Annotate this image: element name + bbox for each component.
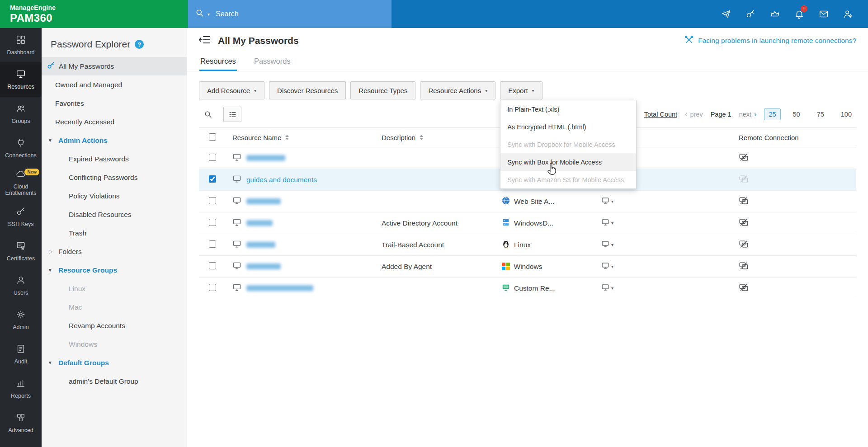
menu-item-plain-text-xls[interactable]: In Plain-Text (.xls) xyxy=(500,100,636,118)
explorer-item-favorites[interactable]: Favorites xyxy=(42,94,187,113)
notifications-bell-icon[interactable]: ! xyxy=(790,5,808,23)
sidebar-item-certificates[interactable]: Certificates xyxy=(0,234,42,268)
resource-name-redacted[interactable] xyxy=(246,220,273,226)
add-resource-button[interactable]: Add Resource ▾ xyxy=(199,81,264,99)
page-size-75[interactable]: 75 xyxy=(812,108,829,120)
explorer-item-linux-group[interactable]: Linux xyxy=(42,279,187,298)
menu-item-sync-amazon-s3[interactable]: Sync with Amazon S3 for Mobile Access xyxy=(500,171,636,188)
explorer-item-recently-accessed[interactable]: Recently Accessed xyxy=(42,113,187,131)
sidebar-item-reports[interactable]: Reports xyxy=(0,372,42,406)
resource-name-redacted[interactable] xyxy=(246,155,285,161)
menu-item-encrypted-html[interactable]: As Encrypted HTML (.html) xyxy=(500,118,636,136)
explorer-item-windows-group[interactable]: Windows xyxy=(42,335,187,353)
search-scope-caret-icon[interactable]: ▾ xyxy=(208,12,210,17)
sidebar-item-audit[interactable]: Audit xyxy=(0,337,42,372)
explorer-item-conflicting-passwords[interactable]: Conflicting Passwords xyxy=(42,168,187,187)
sidebar-item-dashboard[interactable]: Dashboard xyxy=(0,28,42,62)
explorer-section-folders[interactable]: ▷ Folders xyxy=(42,242,187,261)
row-checkbox[interactable] xyxy=(209,240,216,248)
user-account-icon[interactable] xyxy=(839,5,857,23)
explorer-item-expired-passwords[interactable]: Expired Passwords xyxy=(42,150,187,168)
remote-connection-icon[interactable] xyxy=(724,239,856,251)
password-request-icon[interactable] xyxy=(741,5,760,23)
explorer-section-resource-groups[interactable]: ▾ Resource Groups xyxy=(42,261,187,279)
explorer-item-all-my-passwords[interactable]: All My Passwords xyxy=(42,57,187,75)
column-header-resource-name[interactable]: Resource Name xyxy=(227,134,376,141)
page-size-50[interactable]: 50 xyxy=(788,108,805,120)
explorer-item-admins-default-group[interactable]: admin's Default Group xyxy=(42,372,187,391)
explorer-item-trash[interactable]: Trash xyxy=(42,224,187,242)
remote-connection-icon[interactable] xyxy=(724,261,856,273)
connections-icon xyxy=(16,138,26,149)
global-search-input[interactable]: ▾ Search xyxy=(188,0,392,28)
remote-connection-icon-disabled[interactable] xyxy=(724,174,856,186)
page-size-25[interactable]: 25 xyxy=(764,108,780,120)
help-icon[interactable]: ? xyxy=(135,40,144,49)
explorer-item-policy-violations[interactable]: Policy Violations xyxy=(42,187,187,205)
export-button[interactable]: Export ▾ xyxy=(500,81,542,99)
privileges-crown-icon[interactable] xyxy=(766,5,784,23)
accounts-dropdown[interactable]: ▾ xyxy=(598,283,724,293)
resource-name-redacted[interactable] xyxy=(246,263,281,269)
column-header-description[interactable]: Description xyxy=(376,134,498,141)
remote-connection-icon[interactable] xyxy=(724,217,856,229)
column-chooser-button[interactable] xyxy=(223,107,241,122)
explorer-item-label: admin's Default Group xyxy=(69,377,138,386)
resource-name-link[interactable]: guides and documents xyxy=(246,176,317,184)
explorer-title: Password Explorer xyxy=(51,39,130,50)
sidebar-item-cloud-entitlements[interactable]: New Cloud Entitlements xyxy=(0,165,42,200)
accounts-dropdown[interactable]: ▾ xyxy=(598,240,724,250)
remote-connection-help-link[interactable]: Facing problems in launching remote conn… xyxy=(684,35,856,47)
discover-resources-button[interactable]: Discover Resources xyxy=(269,81,346,99)
total-count-link[interactable]: Total Count xyxy=(644,111,677,118)
resource-name-redacted[interactable] xyxy=(246,242,275,248)
tab-passwords[interactable]: Passwords xyxy=(253,53,292,71)
sidebar-item-resources[interactable]: Resources xyxy=(0,62,42,97)
explorer-item-revamp-accounts-group[interactable]: Revamp Accounts xyxy=(42,316,187,335)
explorer-section-default-groups[interactable]: ▾ Default Groups xyxy=(42,353,187,372)
explorer-section-admin-actions[interactable]: ▾ Admin Actions xyxy=(42,131,187,150)
sort-icon[interactable] xyxy=(285,135,289,140)
remote-connection-icon[interactable] xyxy=(724,196,856,207)
quick-launch-icon[interactable] xyxy=(717,5,735,23)
explorer-item-mac-group[interactable]: Mac xyxy=(42,298,187,316)
prev-page-button[interactable]: ‹ prev xyxy=(685,110,703,118)
select-all-checkbox[interactable] xyxy=(209,133,216,141)
remote-connection-icon[interactable] xyxy=(724,152,856,164)
messages-mail-icon[interactable] xyxy=(815,5,833,23)
menu-item-sync-dropbox[interactable]: Sync with Dropbox for Mobile Access xyxy=(500,136,636,153)
collapse-panel-icon[interactable] xyxy=(199,34,211,47)
next-page-button[interactable]: next › xyxy=(739,110,757,118)
menu-item-sync-box[interactable]: Sync with Box for Mobile Access xyxy=(500,153,636,171)
resource-actions-button[interactable]: Resource Actions ▾ xyxy=(420,81,495,99)
sidebar-item-users[interactable]: Users xyxy=(0,268,42,303)
sidebar-item-connections[interactable]: Connections xyxy=(0,131,42,165)
resource-types-button[interactable]: Resource Types xyxy=(350,81,415,99)
row-checkbox[interactable] xyxy=(209,154,216,161)
resource-name-redacted[interactable] xyxy=(246,285,313,291)
row-checkbox[interactable] xyxy=(209,219,216,226)
explorer-item-label: Policy Violations xyxy=(69,192,120,200)
accounts-dropdown[interactable]: ▾ xyxy=(598,262,724,272)
explorer-item-disabled-resources[interactable]: Disabled Resources xyxy=(42,205,187,224)
column-label: Resource Name xyxy=(232,134,281,141)
remote-connection-icon[interactable] xyxy=(724,282,856,294)
accounts-dropdown[interactable]: ▾ xyxy=(598,218,724,228)
resource-name-redacted[interactable] xyxy=(246,198,281,204)
sidebar-item-admin[interactable]: Admin xyxy=(0,303,42,337)
explorer-item-owned-and-managed[interactable]: Owned and Managed xyxy=(42,75,187,94)
topbar: ManageEngine PAM360 ▾ Search ! xyxy=(0,0,868,28)
accounts-dropdown[interactable]: ▾ xyxy=(598,197,724,207)
row-checkbox[interactable] xyxy=(209,197,216,204)
sidebar-item-ssh-keys[interactable]: SSH Keys xyxy=(0,200,42,234)
row-checkbox[interactable] xyxy=(209,175,216,183)
tab-resources[interactable]: Resources xyxy=(199,53,237,71)
sidebar-item-advanced[interactable]: Advanced xyxy=(0,406,42,440)
row-checkbox[interactable] xyxy=(209,262,216,269)
sidebar-label: SSH Keys xyxy=(7,221,35,227)
table-search-button[interactable] xyxy=(199,107,217,122)
row-checkbox[interactable] xyxy=(209,284,216,291)
sidebar-item-groups[interactable]: Groups xyxy=(0,97,42,131)
page-size-100[interactable]: 100 xyxy=(836,108,856,120)
sort-icon[interactable] xyxy=(420,135,423,140)
